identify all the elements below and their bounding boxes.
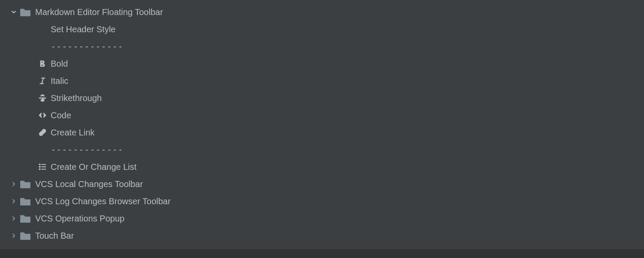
folder-label: VCS Log Changes Browser Toolbar bbox=[34, 193, 170, 210]
action-label: Italic bbox=[50, 72, 68, 89]
folder-icon bbox=[19, 214, 34, 223]
folder-icon bbox=[19, 179, 34, 189]
italic-icon bbox=[35, 76, 50, 86]
action-bold[interactable]: Bold bbox=[3, 55, 644, 72]
folder-label: VCS Local Changes Toolbar bbox=[34, 175, 143, 193]
action-label: Strikethrough bbox=[50, 89, 102, 107]
action-label: Code bbox=[50, 107, 71, 124]
folder-icon bbox=[19, 7, 34, 17]
folder-vcs-log-changes[interactable]: VCS Log Changes Browser Toolbar bbox=[3, 193, 644, 210]
folder-markdown-toolbar[interactable]: Markdown Editor Floating Toolbar bbox=[3, 3, 644, 21]
folder-label: Markdown Editor Floating Toolbar bbox=[34, 3, 163, 21]
action-label: Create Link bbox=[50, 124, 94, 141]
separator: ------------- bbox=[3, 38, 644, 55]
bold-icon bbox=[35, 59, 50, 68]
folder-label: VCS Operations Popup bbox=[34, 210, 125, 227]
panel-bottom-border bbox=[0, 249, 644, 258]
action-strikethrough[interactable]: Strikethrough bbox=[3, 89, 644, 107]
separator-text: ------------- bbox=[50, 141, 124, 158]
separator: ------------- bbox=[3, 141, 644, 158]
chevron-right-icon[interactable] bbox=[9, 181, 19, 187]
chevron-right-icon[interactable] bbox=[9, 233, 19, 238]
chevron-down-icon[interactable] bbox=[9, 9, 19, 15]
action-italic[interactable]: Italic bbox=[3, 72, 644, 89]
svg-line-2 bbox=[42, 78, 43, 84]
folder-icon bbox=[19, 231, 34, 240]
folder-label: Touch Bar bbox=[34, 227, 74, 244]
separator-text: ------------- bbox=[50, 38, 124, 55]
svg-point-4 bbox=[39, 164, 40, 165]
settings-tree: Markdown Editor Floating Toolbar Set Hea… bbox=[0, 0, 644, 244]
action-label: Set Header Style bbox=[50, 21, 115, 38]
svg-point-5 bbox=[39, 166, 40, 167]
action-set-header-style[interactable]: Set Header Style bbox=[3, 21, 644, 38]
folder-touch-bar[interactable]: Touch Bar bbox=[3, 227, 644, 244]
list-icon bbox=[35, 162, 50, 172]
chevron-right-icon[interactable] bbox=[9, 216, 19, 221]
action-label: Create Or Change List bbox=[50, 158, 137, 175]
chevron-right-icon[interactable] bbox=[9, 199, 19, 204]
strikethrough-icon bbox=[35, 93, 50, 103]
action-create-link[interactable]: Create Link bbox=[3, 124, 644, 141]
action-create-list[interactable]: Create Or Change List bbox=[3, 158, 644, 175]
folder-vcs-operations[interactable]: VCS Operations Popup bbox=[3, 210, 644, 227]
code-icon bbox=[35, 111, 50, 120]
folder-vcs-local-changes[interactable]: VCS Local Changes Toolbar bbox=[3, 175, 644, 193]
folder-icon bbox=[19, 197, 34, 206]
svg-point-6 bbox=[39, 169, 40, 169]
action-label: Bold bbox=[50, 55, 68, 72]
link-icon bbox=[35, 128, 50, 137]
action-code[interactable]: Code bbox=[3, 107, 644, 124]
